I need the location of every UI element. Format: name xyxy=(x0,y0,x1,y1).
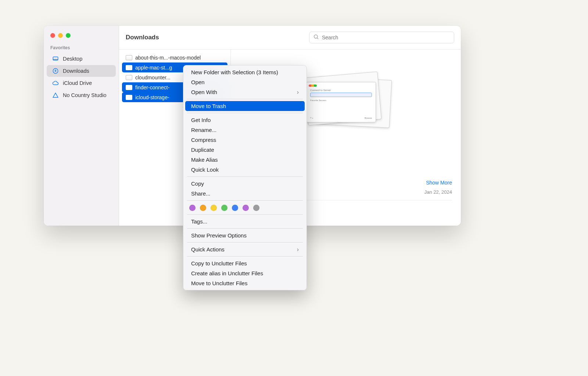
menu-item-label: Compress xyxy=(191,137,216,143)
chevron-right-icon: › xyxy=(297,89,299,96)
download-icon xyxy=(52,67,59,75)
menu-item-label: Get Info xyxy=(191,117,211,123)
zoom-window-button[interactable] xyxy=(66,33,71,38)
sidebar-item-label: No Country Studio xyxy=(63,92,106,98)
tag-color-dot[interactable] xyxy=(253,205,259,211)
cloud-icon xyxy=(52,79,59,87)
sidebar-item-label: Downloads xyxy=(63,68,89,74)
menu-item-label: Open With xyxy=(191,89,217,95)
tag-color-dot[interactable] xyxy=(243,205,249,211)
search-field[interactable] xyxy=(309,32,454,43)
page-title: Downloads xyxy=(126,34,159,41)
menu-item-move-to-trash[interactable]: Move to Trash xyxy=(185,101,305,111)
menu-item-show-preview-options[interactable]: Show Preview Options xyxy=(185,230,305,240)
window-controls xyxy=(44,32,119,45)
image-file-icon xyxy=(126,95,132,100)
file-name: finder-connect- xyxy=(135,85,169,90)
image-file-icon xyxy=(126,65,132,70)
drive-triangle-icon xyxy=(52,92,59,99)
close-window-button[interactable] xyxy=(50,33,55,38)
minimize-window-button[interactable] xyxy=(58,33,63,38)
sidebar-item-icloud-drive[interactable]: iCloud Drive xyxy=(47,77,116,89)
menu-item-tags[interactable]: Tags... xyxy=(185,216,305,226)
menu-item-get-info[interactable]: Get Info xyxy=(185,115,305,125)
menu-item-rename[interactable]: Rename... xyxy=(185,125,305,135)
tag-color-dot[interactable] xyxy=(200,205,206,211)
svg-line-4 xyxy=(317,38,318,39)
menu-separator xyxy=(187,176,303,177)
search-icon xyxy=(313,34,319,41)
menu-item-label: Copy to Unclutter Files xyxy=(191,260,247,266)
sidebar-item-desktop[interactable]: Desktop xyxy=(47,53,116,65)
menu-item-open[interactable]: Open xyxy=(185,77,305,87)
menu-item-label: Copy xyxy=(191,180,204,187)
menu-item-label: Duplicate xyxy=(191,147,214,153)
tag-color-dot[interactable] xyxy=(232,205,238,211)
menu-item-copy[interactable]: Copy xyxy=(185,179,305,189)
menu-item-copy-to-unclutter-files[interactable]: Copy to Unclutter Files xyxy=(185,258,305,268)
menu-separator xyxy=(187,200,303,201)
image-file-icon xyxy=(126,75,132,80)
menu-separator xyxy=(187,256,303,257)
menu-item-share[interactable]: Share... xyxy=(185,189,305,198)
file-name: icloud-storage- xyxy=(135,94,169,100)
file-name: cloudmounter... xyxy=(135,75,171,80)
sidebar-item-label: iCloud Drive xyxy=(63,80,92,86)
menu-item-label: New Folder with Selection (3 Items) xyxy=(191,69,278,75)
menu-item-open-with[interactable]: Open With› xyxy=(185,87,305,97)
menu-item-quick-actions[interactable]: Quick Actions› xyxy=(185,244,305,254)
preview-thumbnail-stack: Connect to Server Favorite Servers ? +Br… xyxy=(302,71,391,133)
menu-item-move-to-unclutter-files[interactable]: Move to Unclutter Files xyxy=(185,278,305,288)
menu-item-duplicate[interactable]: Duplicate xyxy=(185,145,305,155)
search-input[interactable] xyxy=(322,35,450,40)
image-file-icon xyxy=(126,85,132,90)
svg-point-3 xyxy=(314,35,318,38)
menu-item-compress[interactable]: Compress xyxy=(185,135,305,145)
context-menu: New Folder with Selection (3 Items)OpenO… xyxy=(183,65,307,290)
menu-separator xyxy=(187,99,303,99)
file-name: apple-mac-st...g xyxy=(135,65,172,71)
menu-item-label: Show Preview Options xyxy=(191,232,247,239)
menu-item-label: Create alias in Unclutter Files xyxy=(191,270,263,276)
menu-item-label: Quick Look xyxy=(191,166,219,173)
svg-rect-0 xyxy=(53,57,58,60)
desktop-icon xyxy=(52,55,59,62)
sidebar-item-no-country-studio[interactable]: No Country Studio xyxy=(47,89,116,101)
menu-item-label: Quick Actions xyxy=(191,246,225,253)
tag-color-row xyxy=(183,203,306,212)
menu-separator xyxy=(187,113,303,113)
preview-date: Jan 22, 2024 xyxy=(424,189,452,195)
show-more-link[interactable]: Show More xyxy=(426,180,452,186)
menu-item-label: Make Alias xyxy=(191,157,218,163)
sidebar: Favorites DesktopDownloadsiCloud DriveNo… xyxy=(44,26,119,226)
menu-item-label: Move to Trash xyxy=(191,103,226,109)
menu-item-label: Tags... xyxy=(191,218,207,225)
tag-color-dot[interactable] xyxy=(189,205,196,211)
menu-item-label: Move to Unclutter Files xyxy=(191,280,247,286)
sidebar-section-label: Favorites xyxy=(44,45,119,53)
sidebar-item-label: Desktop xyxy=(63,56,82,62)
tag-color-dot[interactable] xyxy=(211,205,217,211)
menu-item-quick-look[interactable]: Quick Look xyxy=(185,165,305,175)
toolbar: Downloads xyxy=(119,26,461,50)
menu-separator xyxy=(187,228,303,229)
menu-item-label: Share... xyxy=(191,190,211,197)
tag-color-dot[interactable] xyxy=(221,205,227,211)
file-row[interactable]: about-this-m...-macos-model xyxy=(122,53,227,62)
image-file-icon xyxy=(126,55,132,60)
menu-item-new-folder-with-selection-3-items[interactable]: New Folder with Selection (3 Items) xyxy=(185,67,305,77)
file-name: about-this-m...-macos-model xyxy=(135,55,201,61)
menu-separator xyxy=(187,242,303,243)
menu-item-label: Open xyxy=(191,79,205,85)
menu-item-create-alias-in-unclutter-files[interactable]: Create alias in Unclutter Files xyxy=(185,268,305,278)
menu-separator xyxy=(187,214,303,215)
menu-item-make-alias[interactable]: Make Alias xyxy=(185,155,305,165)
sidebar-item-downloads[interactable]: Downloads xyxy=(47,65,116,77)
menu-item-label: Rename... xyxy=(191,127,216,133)
chevron-right-icon: › xyxy=(297,246,299,253)
